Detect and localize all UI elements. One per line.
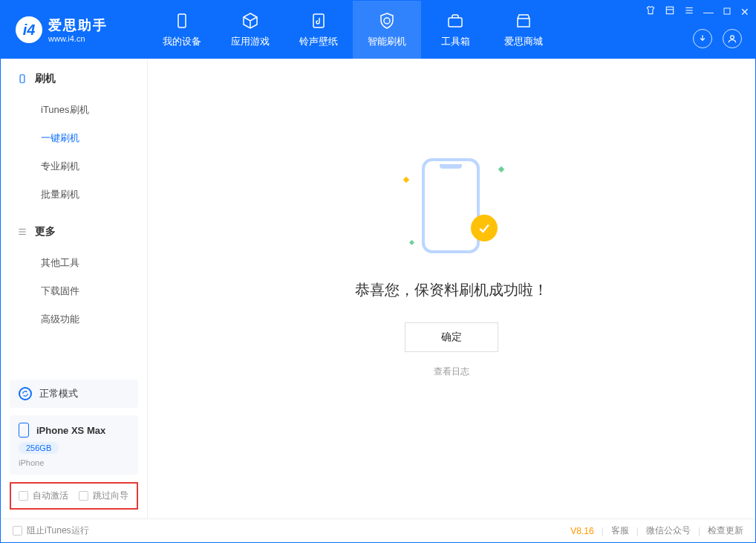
checkbox-skip-guide[interactable]: 跳过向导 (79, 490, 128, 502)
success-check-icon (471, 215, 498, 241)
tab-label: 工具箱 (441, 35, 470, 48)
device-mode-card[interactable]: 正常模式 (10, 380, 138, 408)
checkbox-label: 阻止iTunes运行 (27, 524, 89, 537)
minimize-button[interactable]: — (703, 6, 714, 18)
svg-point-9 (731, 36, 734, 39)
success-illustration (400, 155, 504, 259)
menu-icon[interactable] (684, 5, 694, 18)
device-name: iPhone XS Max (36, 425, 105, 436)
separator: | (602, 526, 604, 536)
tab-label: 铃声壁纸 (299, 35, 338, 48)
refresh-icon (19, 387, 32, 400)
view-log-link[interactable]: 查看日志 (434, 365, 469, 378)
checkbox-icon (13, 526, 22, 536)
sidebar-heading-flash: 刷机 (17, 72, 131, 85)
tab-label: 爱思商城 (504, 35, 543, 48)
checkbox-icon (79, 491, 88, 501)
logo-icon: i4 (16, 16, 42, 43)
tab-flash[interactable]: 智能刷机 (353, 1, 421, 59)
sidebar-item-other-tools[interactable]: 其他工具 (17, 249, 131, 277)
header-actions (693, 29, 742, 48)
tab-apps[interactable]: 应用游戏 (216, 1, 284, 59)
maximize-button[interactable] (723, 6, 731, 18)
device-storage-badge: 256GB (19, 442, 59, 454)
tab-label: 我的设备 (163, 35, 201, 48)
sparkle-icon (403, 176, 409, 182)
separator: | (698, 526, 700, 536)
device-mode-label: 正常模式 (39, 387, 78, 400)
cube-icon (241, 11, 260, 30)
sidebar-heading-label: 刷机 (35, 72, 56, 85)
list-icon[interactable] (665, 5, 675, 18)
shirt-icon[interactable] (645, 5, 656, 18)
sparkle-icon (409, 239, 414, 244)
tab-store[interactable]: 爱思商城 (489, 1, 558, 59)
svg-rect-0 (178, 14, 186, 27)
checkbox-icon (19, 491, 28, 501)
music-icon (309, 11, 328, 30)
sidebar-item-download-firmware[interactable]: 下载固件 (17, 277, 131, 305)
sidebar-item-oneclick-flash[interactable]: 一键刷机 (17, 124, 131, 152)
checkbox-auto-activate[interactable]: 自动激活 (19, 490, 68, 502)
checkbox-label: 跳过向导 (93, 490, 128, 502)
app-title: 爱思助手 (48, 16, 108, 34)
download-button[interactable] (693, 29, 712, 48)
sidebar-heading-label: 更多 (35, 225, 56, 238)
phone-icon (19, 423, 29, 438)
svg-rect-10 (20, 75, 25, 83)
device-type: iPhone (19, 458, 44, 467)
phone-icon (17, 74, 27, 84)
toolbox-icon (446, 11, 465, 30)
sidebar-item-itunes-flash[interactable]: iTunes刷机 (17, 96, 131, 124)
checkbox-block-itunes[interactable]: 阻止iTunes运行 (13, 524, 89, 537)
window-controls: — ✕ (645, 5, 749, 18)
svg-rect-1 (313, 14, 324, 27)
nav-tabs: 我的设备 应用游戏 铃声壁纸 智能刷机 工具箱 爱思商城 (148, 1, 558, 59)
logo-area: i4 爱思助手 www.i4.cn (1, 16, 148, 43)
list-icon (17, 227, 27, 237)
svg-rect-2 (449, 18, 462, 27)
sparkle-icon (498, 166, 504, 172)
app-url: www.i4.cn (48, 34, 108, 43)
tab-label: 应用游戏 (231, 35, 270, 48)
svg-rect-8 (724, 8, 730, 14)
phone-outline-icon (422, 158, 480, 253)
tab-toolbox[interactable]: 工具箱 (421, 1, 489, 59)
tab-my-device[interactable]: 我的设备 (148, 1, 216, 59)
ok-button[interactable]: 确定 (405, 322, 498, 352)
footer-link-support[interactable]: 客服 (611, 524, 629, 537)
highlighted-checkbox-row: 自动激活 跳过向导 (10, 482, 138, 510)
footer: 阻止iTunes运行 V8.16 | 客服 | 微信公众号 | 检查更新 (1, 518, 755, 542)
sidebar-item-advanced[interactable]: 高级功能 (17, 305, 131, 334)
refresh-shield-icon (377, 11, 397, 30)
store-icon (514, 11, 533, 30)
user-button[interactable] (723, 29, 742, 48)
device-icon (172, 11, 192, 30)
main-content: 恭喜您，保资料刷机成功啦！ 确定 查看日志 (148, 59, 755, 518)
footer-link-update[interactable]: 检查更新 (708, 524, 743, 537)
svg-rect-3 (666, 7, 673, 13)
sidebar: 刷机 iTunes刷机 一键刷机 专业刷机 批量刷机 更多 其他工具 下载固件 … (1, 59, 148, 518)
checkbox-label: 自动激活 (33, 490, 68, 502)
tab-label: 智能刷机 (368, 35, 406, 48)
sidebar-item-pro-flash[interactable]: 专业刷机 (17, 152, 131, 181)
version-label: V8.16 (570, 526, 593, 536)
close-button[interactable]: ✕ (740, 6, 749, 18)
sidebar-item-batch-flash[interactable]: 批量刷机 (17, 181, 131, 209)
sidebar-heading-more: 更多 (17, 225, 131, 238)
device-info-card[interactable]: iPhone XS Max 256GB iPhone (10, 415, 138, 475)
header: i4 爱思助手 www.i4.cn 我的设备 应用游戏 铃声壁纸 智能刷机 工具… (1, 1, 755, 59)
separator: | (636, 526, 639, 536)
tab-ringtone[interactable]: 铃声壁纸 (284, 1, 353, 59)
success-message: 恭喜您，保资料刷机成功啦！ (355, 280, 548, 300)
footer-link-wechat[interactable]: 微信公众号 (646, 524, 691, 537)
